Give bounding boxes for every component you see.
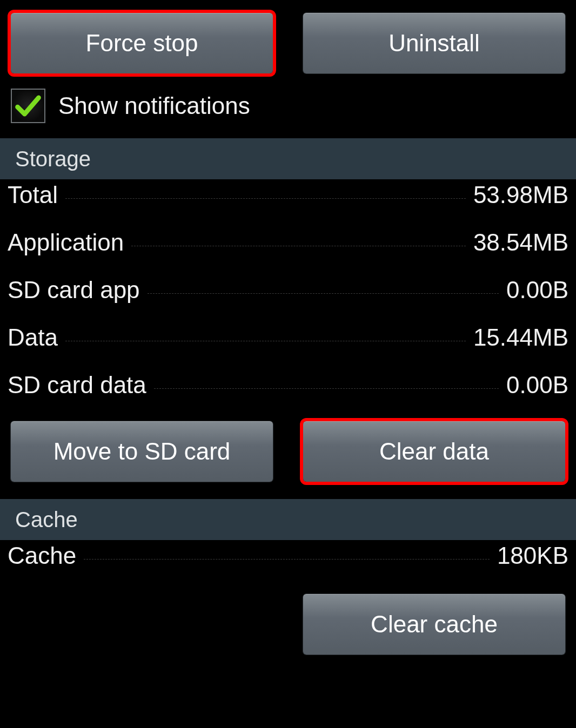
- clear-data-label: Clear data: [379, 438, 489, 465]
- force-stop-label: Force stop: [86, 30, 198, 57]
- storage-application-value: 38.54MB: [473, 229, 568, 256]
- storage-row-total: Total 53.98MB: [8, 181, 568, 229]
- top-action-row: Force stop Uninstall: [0, 0, 576, 80]
- storage-total-label: Total: [8, 181, 58, 208]
- storage-sd-app-value: 0.00B: [506, 277, 568, 304]
- storage-row-sd-data: SD card data 0.00B: [8, 372, 568, 419]
- check-icon: [14, 92, 42, 120]
- storage-sd-data-value: 0.00B: [506, 372, 568, 399]
- storage-sd-data-label: SD card data: [8, 372, 146, 399]
- dotted-leader: [65, 340, 466, 341]
- spacer: [11, 594, 273, 655]
- storage-action-row: Move to SD card Clear data: [0, 419, 576, 488]
- storage-application-label: Application: [8, 229, 124, 256]
- dotted-leader: [65, 198, 466, 199]
- move-to-sd-card-button[interactable]: Move to SD card: [11, 421, 273, 482]
- cache-section-header: Cache: [0, 499, 576, 540]
- cache-value: 180KB: [497, 542, 568, 569]
- move-to-sd-card-label: Move to SD card: [53, 438, 231, 465]
- storage-row-sd-app: SD card app 0.00B: [8, 277, 568, 324]
- storage-data-label: Data: [8, 324, 58, 351]
- storage-row-data: Data 15.44MB: [8, 324, 568, 372]
- dotted-leader: [154, 388, 499, 389]
- show-notifications-label: Show notifications: [58, 92, 250, 119]
- storage-sd-app-label: SD card app: [8, 277, 140, 304]
- dotted-leader: [131, 245, 466, 246]
- uninstall-button[interactable]: Uninstall: [303, 13, 565, 73]
- dotted-leader: [84, 558, 490, 560]
- dotted-leader: [148, 293, 499, 294]
- clear-data-button[interactable]: Clear data: [303, 421, 565, 482]
- uninstall-label: Uninstall: [389, 30, 480, 57]
- storage-rows: Total 53.98MB Application 38.54MB SD car…: [0, 179, 576, 419]
- storage-total-value: 53.98MB: [473, 181, 568, 208]
- show-notifications-checkbox[interactable]: [11, 89, 45, 123]
- cache-label: Cache: [8, 542, 76, 569]
- show-notifications-row[interactable]: Show notifications: [0, 80, 576, 138]
- force-stop-button[interactable]: Force stop: [11, 13, 273, 73]
- storage-row-application: Application 38.54MB: [8, 229, 568, 277]
- clear-cache-button[interactable]: Clear cache: [303, 594, 565, 655]
- cache-rows: Cache 180KB: [0, 540, 576, 590]
- cache-action-row: Clear cache: [0, 590, 576, 661]
- clear-cache-label: Clear cache: [371, 611, 498, 638]
- storage-section-header: Storage: [0, 138, 576, 179]
- storage-data-value: 15.44MB: [473, 324, 568, 351]
- cache-row: Cache 180KB: [8, 542, 568, 590]
